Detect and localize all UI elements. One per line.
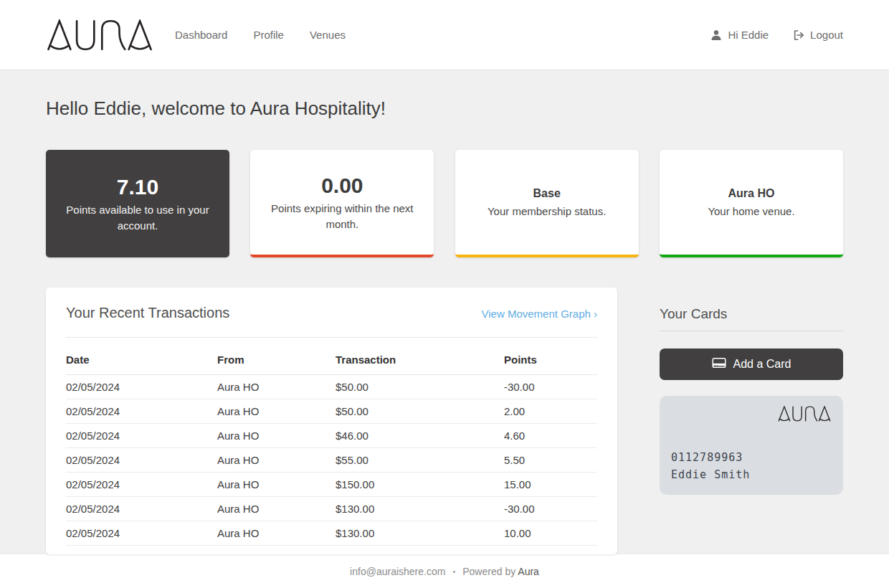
points-expiring-value: 0.00 [321,173,363,199]
member-card: 0112789963 Eddie Smith [660,396,843,495]
footer-brand: Aura [518,566,539,577]
cell-date: 02/05/2024 [66,473,217,497]
add-card-button[interactable]: Add a Card [660,348,843,380]
credit-card-icon [712,357,726,371]
cell-from: Aura HO [217,399,336,424]
points-available-caption: Points available to use in your account. [62,202,214,234]
home-venue-caption: Your home venue. [708,204,794,219]
nav-link-profile[interactable]: Profile [253,29,284,41]
aura-logo-icon [777,406,832,425]
logout-label: Logout [810,29,843,41]
cell-points: 10.00 [504,521,597,546]
dashboard-main: Hello Eddie, welcome to Aura Hospitality… [0,70,889,554]
table-row: 02/05/2024 Aura HO $55.00 5.50 [66,448,597,473]
column-header-points: Points [504,342,597,375]
cell-points: 4.60 [504,424,597,448]
table-row: 02/05/2024 Aura HO $50.00 2.00 [66,399,597,424]
home-venue-value: Aura HO [728,186,775,201]
stat-card-membership-status: Base Your membership status. [455,150,639,257]
brand-logo[interactable] [46,19,153,51]
cell-date: 02/05/2024 [66,375,217,399]
cell-from: Aura HO [217,497,336,521]
member-card-number: 0112789963 [671,449,832,466]
transactions-panel-head: Your Recent Transactions View Movement G… [66,305,597,321]
stat-cards-row: 7.10 Points available to use in your acc… [46,150,843,257]
your-cards-divider [660,331,843,331]
add-card-label: Add a Card [733,358,791,371]
column-header-transaction: Transaction [336,342,504,375]
column-header-date: Date [66,342,217,375]
cell-points: -30.00 [504,375,597,399]
cell-date: 02/05/2024 [66,497,217,521]
logout-icon [793,29,804,41]
cell-date: 02/05/2024 [66,448,217,473]
logout-button[interactable]: Logout [793,29,843,41]
stat-card-points-available: 7.10 Points available to use in your acc… [46,150,229,257]
view-movement-graph-link[interactable]: View Movement Graph › [482,308,597,320]
points-available-value: 7.10 [117,174,158,200]
footer-separator: • [452,567,455,576]
column-header-from: From [217,342,336,375]
cell-points: -30.00 [504,497,597,521]
your-cards-column: Your Cards Add a Card [660,288,843,554]
points-expiring-caption: Points expiring within the next month. [266,201,418,232]
cell-points: 5.50 [504,448,597,473]
cell-points: 2.00 [504,399,597,424]
user-greeting-link[interactable]: Hi Eddie [710,29,769,41]
table-row: 02/05/2024 Aura HO $130.00 -30.00 [66,497,597,521]
user-greeting-label: Hi Eddie [728,29,769,41]
table-row: 02/05/2024 Aura HO $50.00 -30.00 [66,375,597,399]
cell-transaction: $55.00 [336,448,504,473]
cell-transaction: $130.00 [336,497,504,521]
content-columns: Your Recent Transactions View Movement G… [46,288,843,554]
cell-transaction: $46.00 [336,424,504,448]
membership-status-caption: Your membership status. [488,204,606,219]
cell-date: 02/05/2024 [66,424,217,448]
footer-email-link[interactable]: info@auraishere.com [350,566,445,577]
cell-from: Aura HO [217,448,336,473]
footer-powered-prefix: Powered by [462,566,515,577]
table-row: 02/05/2024 Aura HO $150.00 15.00 [66,473,597,497]
transactions-header-row: Date From Transaction Points [66,342,597,375]
member-card-holder: Eddie Smith [671,466,832,483]
cell-transaction: $50.00 [336,399,504,424]
transactions-title: Your Recent Transactions [66,305,229,321]
stat-card-points-expiring: 0.00 Points expiring within the next mon… [250,150,434,257]
cell-transaction: $50.00 [336,375,504,399]
transactions-table: Date From Transaction Points 02/05/2024 … [66,342,597,546]
cell-from: Aura HO [217,521,336,546]
cell-from: Aura HO [217,424,336,448]
table-row: 02/05/2024 Aura HO $130.00 10.00 [66,521,597,546]
cell-transaction: $150.00 [336,473,504,497]
page-greeting: Hello Eddie, welcome to Aura Hospitality… [46,70,843,120]
nav-link-venues[interactable]: Venues [310,29,346,41]
your-cards-title: Your Cards [660,306,843,322]
nav-link-dashboard[interactable]: Dashboard [175,29,227,41]
nav-right: Hi Eddie Logout [710,29,843,41]
cell-from: Aura HO [217,375,336,399]
table-row: 02/05/2024 Aura HO $46.00 4.60 [66,424,597,448]
cell-transaction: $130.00 [336,521,504,546]
transactions-divider [66,337,597,338]
member-card-logo-row [671,406,832,425]
aura-logo-icon [46,19,153,51]
stat-card-home-venue: Aura HO Your home venue. [660,150,843,257]
navbar: Dashboard Profile Venues Hi Eddie Logout [0,0,889,70]
recent-transactions-panel: Your Recent Transactions View Movement G… [46,288,617,554]
cell-date: 02/05/2024 [66,521,217,546]
cell-points: 15.00 [504,473,597,497]
user-icon [710,29,722,41]
membership-status-value: Base [533,186,561,201]
footer: info@auraishere.com • Powered by Aura [0,554,889,588]
footer-powered-by: Powered by Aura [462,566,539,577]
cell-date: 02/05/2024 [66,399,217,424]
nav-links: Dashboard Profile Venues [175,29,710,41]
cell-from: Aura HO [217,473,336,497]
